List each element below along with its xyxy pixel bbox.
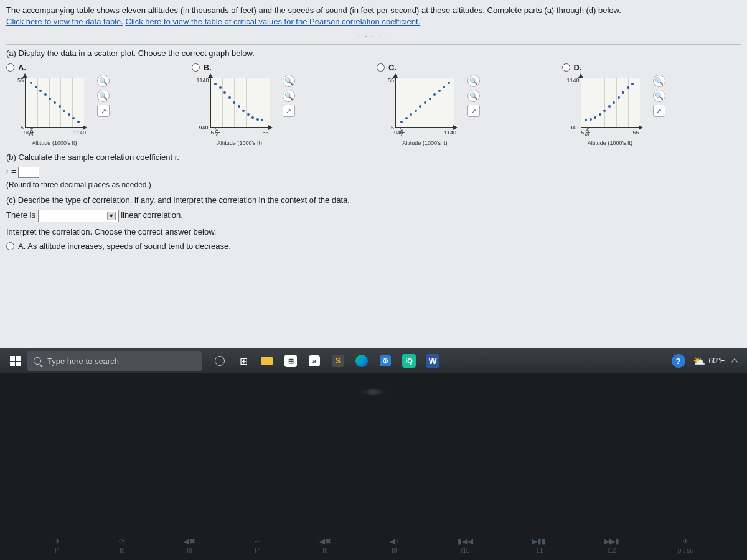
fn-f8: ◀✖f8: [319, 537, 331, 554]
app-a-icon[interactable]: a: [304, 351, 325, 371]
popout-icon[interactable]: ↗: [467, 105, 480, 117]
radio-D[interactable]: [562, 63, 570, 72]
fn-f9: ◀+f9: [390, 537, 400, 554]
zoom-out-icon[interactable]: 🔍: [283, 90, 295, 102]
chart-D-xlabel: Altitude (1000's ft): [581, 140, 640, 146]
chart-A-xlabel: Altitude (1000's ft): [25, 140, 84, 146]
option-A-label: A.: [18, 63, 26, 72]
intro-line: The accompanying table shows eleven alti…: [6, 6, 621, 15]
popout-icon[interactable]: ↗: [97, 105, 110, 117]
chart-D: Speed of sound (ft/s) 1140 940 -5 55 Alt…: [562, 75, 649, 146]
task-view-icon[interactable]: ⊞: [233, 351, 254, 371]
windows-icon: [10, 356, 21, 366]
part-b: (b) Calculate the sample correlation coe…: [6, 152, 741, 189]
fn-f5: ⟳f5: [119, 537, 125, 554]
edge-icon[interactable]: [351, 351, 372, 371]
chart-B-xlabel: Altitude (1000's ft): [210, 140, 270, 146]
system-tray: ? ⛅ 60°F: [672, 354, 743, 368]
chart-D-plot: [581, 78, 640, 128]
fn-f4: ☀f4: [54, 537, 61, 554]
chart-A-tools: 🔍 🔍 ↗: [97, 75, 110, 117]
start-button[interactable]: [4, 351, 26, 371]
option-C-label: C.: [388, 63, 397, 72]
taskbar-search[interactable]: Type here to search: [27, 351, 202, 371]
option-B: B. Speed of sound (ft/s) 1140 940 -5 55: [192, 63, 371, 146]
laptop-logo: [361, 389, 386, 395]
chart-A: Speed of sound (ft/s) 55 -5 940 1140 Alt…: [6, 75, 93, 146]
option-D-label: D.: [574, 63, 582, 72]
interpret-option-A: A. As altitude increases, speeds of soun…: [18, 241, 231, 251]
zoom-in-icon[interactable]: 🔍: [653, 75, 665, 87]
chart-D-tools: 🔍 🔍 ↗: [653, 75, 665, 117]
cortana-icon[interactable]: [209, 351, 230, 371]
word-icon[interactable]: W: [422, 351, 443, 371]
microsoft-store-icon[interactable]: ⊞: [280, 351, 301, 371]
radio-C[interactable]: [377, 63, 385, 72]
part-b-label: (b) Calculate the sample correlation coe…: [6, 152, 741, 162]
chart-C-plot: [395, 78, 454, 128]
divider-dots: · · · · ·: [6, 31, 741, 40]
critical-values-link[interactable]: Click here to view the table of critical…: [126, 17, 421, 26]
r-input[interactable]: [18, 167, 39, 178]
radio-A[interactable]: [6, 63, 14, 72]
weather-widget[interactable]: ⛅ 60°F: [693, 355, 725, 367]
iq-app-icon[interactable]: iQ: [398, 351, 420, 371]
sublime-icon[interactable]: S: [327, 351, 349, 371]
tray-chevron-icon[interactable]: [731, 358, 738, 365]
radio-interpret-A[interactable]: [6, 242, 14, 250]
there-is-text: There is: [6, 211, 35, 220]
part-a-label: (a) Display the data in a scatter plot. …: [6, 49, 741, 58]
part-c-label: (c) Describe the type of correlation, if…: [6, 195, 741, 205]
file-explorer-icon[interactable]: [256, 351, 278, 371]
chart-B-tools: 🔍 🔍 ↗: [283, 75, 295, 117]
intro-text: The accompanying table shows eleven alti…: [6, 5, 741, 27]
fn-f7: ←f7: [253, 537, 261, 554]
fn-f11: ▶▮▮f11: [532, 537, 546, 554]
chart-C: Speed of sound (ft/s) 55 -5 940 1140 Alt…: [377, 75, 464, 146]
zoom-in-icon[interactable]: 🔍: [467, 75, 480, 87]
zoom-in-icon[interactable]: 🔍: [283, 75, 295, 87]
search-placeholder: Type here to search: [47, 357, 119, 366]
weather-temp: 60°F: [709, 357, 725, 365]
weather-icon: ⛅: [693, 355, 705, 367]
chart-B-plot: [210, 78, 270, 128]
r-equals: r =: [6, 167, 16, 177]
zoom-out-icon[interactable]: 🔍: [653, 90, 665, 102]
part-c: (c) Describe the type of correlation, if…: [6, 195, 741, 251]
round-note: (Round to three decimal places as needed…: [6, 180, 741, 189]
question-panel: The accompanying table shows eleven alti…: [0, 0, 747, 348]
chart-B: Speed of sound (ft/s) 1140 940 -5 55 Alt…: [192, 75, 279, 146]
radio-B[interactable]: [192, 63, 200, 72]
fn-prtsc: ✈prt sc: [678, 537, 693, 554]
zoom-out-icon[interactable]: 🔍: [97, 90, 110, 102]
taskbar: Type here to search ⊞ ⊞ a S ⚙ iQ W ? ⛅ 6…: [0, 348, 747, 373]
settings-icon[interactable]: ⚙: [375, 351, 396, 371]
help-icon[interactable]: ?: [672, 354, 685, 368]
chevron-down-icon: ▼: [107, 212, 116, 220]
search-icon: [34, 357, 41, 365]
popout-icon[interactable]: ↗: [653, 105, 665, 117]
divider: [6, 44, 741, 45]
linear-correlation-text: linear correlation.: [121, 211, 183, 220]
option-B-label: B.: [204, 63, 212, 72]
option-C: C. Speed of sound (ft/s) 55 -5 940 1140: [377, 63, 556, 146]
chart-C-xlabel: Altitude (1000's ft): [395, 140, 454, 146]
graph-options-row: A. Speed of sound (ft/s) 55 -5 940 1140: [6, 63, 741, 146]
zoom-out-icon[interactable]: 🔍: [467, 90, 480, 102]
fn-f12: ▶▶▮f12: [604, 537, 619, 554]
chart-A-plot: [25, 78, 84, 128]
below-screen: [0, 373, 747, 560]
interpret-label: Interpret the correlation. Choose the co…: [6, 227, 741, 236]
keyboard-fn-row: ☀f4 ⟳f5 ◀✖f6 ←f7 ◀✖f8 ◀+f9 ▮◀◀f10 ▶▮▮f11…: [0, 537, 747, 554]
data-table-link[interactable]: Click here to view the data table.: [6, 17, 123, 26]
option-A: A. Speed of sound (ft/s) 55 -5 940 1140: [6, 63, 186, 146]
correlation-dropdown[interactable]: ▼: [38, 210, 119, 222]
zoom-in-icon[interactable]: 🔍: [97, 75, 110, 87]
option-D: D. Speed of sound (ft/s) 1140 940 -5 55: [562, 63, 741, 146]
popout-icon[interactable]: ↗: [283, 105, 295, 117]
fn-f6: ◀✖f6: [184, 537, 195, 554]
fn-f10: ▮◀◀f10: [458, 537, 473, 554]
chart-C-tools: 🔍 🔍 ↗: [467, 75, 480, 117]
